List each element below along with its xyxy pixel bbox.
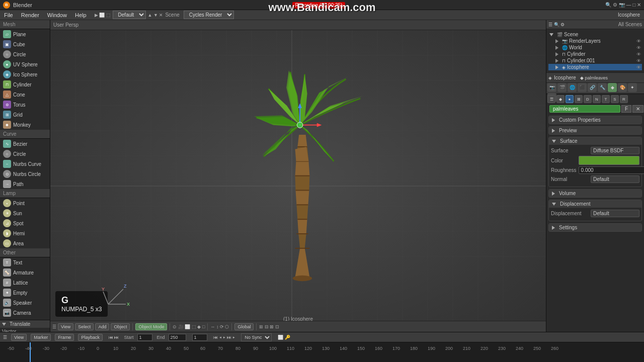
viewport-canvas[interactable]: G NUMPAD_5 x3 Last: Translate (1) Icosph… bbox=[50, 30, 546, 332]
timeline-marker-button[interactable]: Marker bbox=[31, 334, 51, 341]
mat-icon-1[interactable]: ☰ bbox=[547, 95, 555, 103]
tab-world[interactable]: 🌐 bbox=[568, 83, 577, 92]
mat-icon-4[interactable]: ⊠ bbox=[575, 95, 583, 103]
sync-selector[interactable]: No Sync bbox=[241, 333, 272, 341]
object-button[interactable]: Object bbox=[111, 323, 130, 330]
menu-render[interactable]: Render bbox=[17, 11, 43, 19]
mat-icon-7[interactable]: T bbox=[602, 95, 610, 103]
sidebar-item-cone[interactable]: △ Cone bbox=[0, 89, 50, 100]
tab-object[interactable]: ⬛ bbox=[578, 83, 587, 92]
add-button[interactable]: Add bbox=[95, 323, 109, 330]
mat-icon-3[interactable]: ● bbox=[566, 95, 574, 103]
normal-dropdown[interactable]: Default bbox=[591, 175, 639, 183]
select-button[interactable]: Select bbox=[75, 323, 94, 330]
mat-data-x-button[interactable]: ✕ bbox=[632, 105, 643, 113]
tree-renderlayers[interactable]: 📷 RenderLayers 👁 bbox=[548, 38, 642, 44]
sidebar-item-plane[interactable]: ▱ Plane bbox=[0, 29, 50, 39]
sidebar-item-hemi[interactable]: ◗ Hemi bbox=[0, 228, 50, 238]
mode-selector[interactable]: Default bbox=[113, 11, 146, 19]
mat-icon-8[interactable]: S bbox=[611, 95, 619, 103]
cylinder-eye-icon[interactable]: 👁 bbox=[636, 52, 641, 57]
surface-header[interactable]: Surface bbox=[549, 137, 641, 145]
sidebar-item-grid[interactable]: ⊞ Grid bbox=[0, 110, 50, 120]
tab-textures[interactable]: 🎨 bbox=[618, 83, 627, 92]
tree-scene[interactable]: 🎬 Scene bbox=[548, 31, 642, 38]
sidebar-item-curve-circle[interactable]: ○ Circle bbox=[0, 149, 50, 159]
world-eye-icon[interactable]: 👁 bbox=[636, 45, 641, 50]
displacement-arrow bbox=[552, 203, 556, 206]
sidebar-item-armature[interactable]: 🦴 Armature bbox=[0, 267, 50, 278]
tab-modifiers[interactable]: 🔧 bbox=[598, 83, 607, 92]
sidebar-item-area[interactable]: ▭ Area bbox=[0, 238, 50, 248]
mat-data-button[interactable]: F bbox=[621, 105, 631, 113]
sidebar-item-monkey[interactable]: ☻ Monkey bbox=[0, 120, 50, 130]
icosphere-eye-icon[interactable]: 👁 bbox=[636, 65, 641, 70]
sidebar-item-icosphere[interactable]: ◈ Ico Sphere bbox=[0, 69, 50, 79]
sidebar-item-empty[interactable]: ✦ Empty bbox=[0, 288, 50, 298]
object-mode-button[interactable]: Object Mode bbox=[135, 323, 167, 330]
custom-props-header[interactable]: Custom Properties bbox=[549, 116, 641, 124]
sidebar-item-speaker[interactable]: 🔊 Speaker bbox=[0, 298, 50, 308]
menu-file[interactable]: File bbox=[0, 11, 17, 19]
cylinder001-eye-icon[interactable]: 👁 bbox=[636, 58, 641, 63]
render-engine-selector[interactable]: Cycles Render bbox=[184, 11, 234, 19]
mat-name-input[interactable] bbox=[549, 105, 620, 113]
sidebar-item-path[interactable]: → Path bbox=[0, 179, 50, 189]
sidebar-item-text[interactable]: T Text bbox=[0, 257, 50, 267]
scene-label: Scene bbox=[163, 12, 181, 18]
svg-text:180: 180 bbox=[410, 346, 418, 351]
sidebar-item-nurbs-curve[interactable]: ~ Nurbs Curve bbox=[0, 159, 50, 169]
tab-render[interactable]: 📷 bbox=[547, 83, 556, 92]
timeline-end-input[interactable] bbox=[169, 334, 186, 341]
svg-text:210: 210 bbox=[463, 346, 470, 351]
tab-scene[interactable]: 🎬 bbox=[557, 83, 567, 92]
sidebar-item-torus[interactable]: ⊚ Torus bbox=[0, 100, 50, 110]
mat-icon-6[interactable]: N bbox=[593, 95, 601, 103]
tab-constraints[interactable]: 🔗 bbox=[588, 83, 597, 92]
sidebar-item-point[interactable]: • Point bbox=[0, 198, 50, 208]
settings-header[interactable]: Settings bbox=[549, 224, 641, 231]
color-swatch[interactable] bbox=[579, 156, 639, 165]
volume-header[interactable]: Volume bbox=[549, 190, 641, 197]
spot-icon: ⊿ bbox=[3, 219, 11, 227]
mat-icon-5[interactable]: D bbox=[584, 95, 592, 103]
sidebar-item-camera[interactable]: 📷 Camera bbox=[0, 308, 50, 318]
sidebar-item-spot[interactable]: ⊿ Spot bbox=[0, 218, 50, 228]
timeline-view-button[interactable]: View bbox=[11, 334, 27, 341]
mat-icon-9[interactable]: R bbox=[620, 95, 628, 103]
sidebar-item-sun[interactable]: ☀ Sun bbox=[0, 208, 50, 218]
tree-cylinder[interactable]: ⊓ Cylinder 👁 bbox=[548, 51, 642, 57]
global-button[interactable]: Global bbox=[234, 323, 254, 330]
displacement-dropdown[interactable]: Default bbox=[591, 210, 639, 217]
mat-icon-2[interactable]: ◆ bbox=[556, 95, 565, 103]
tree-cylinder001[interactable]: ⊓ Cylinder.001 👁 bbox=[548, 57, 642, 64]
viewport[interactable]: User Persp bbox=[50, 20, 546, 332]
titlebar-icons[interactable]: 🔍 ⚙ 📷 — □ ✕ bbox=[605, 2, 641, 8]
sidebar-item-bezier[interactable]: ∿ Bezier bbox=[0, 139, 50, 149]
timeline-playback-button[interactable]: Playback bbox=[78, 334, 103, 341]
tree-icosphere[interactable]: ◈ Icosphere 👁 bbox=[548, 64, 642, 70]
tab-materials[interactable]: ◆ bbox=[608, 83, 617, 92]
menu-window[interactable]: Window bbox=[43, 11, 71, 19]
timeline-body[interactable]: -50 -40 -30 -20 -10 0 10 20 30 40 50 60 … bbox=[0, 342, 644, 362]
sidebar-item-cube[interactable]: ▣ Cube bbox=[0, 39, 50, 49]
view-button[interactable]: View bbox=[58, 323, 73, 330]
sidebar-item-circle[interactable]: ○ Circle bbox=[0, 49, 50, 59]
preview-header[interactable]: Preview bbox=[549, 127, 641, 134]
timeline-current-input[interactable] bbox=[192, 334, 207, 341]
surface-type-dropdown[interactable]: Diffuse BSDF bbox=[591, 147, 639, 154]
timeline-frame-button[interactable]: Frame bbox=[55, 334, 74, 341]
sidebar-item-uvsphere[interactable]: ● UV Sphere bbox=[0, 59, 50, 69]
svg-text:40: 40 bbox=[166, 346, 171, 351]
displacement-header[interactable]: Displacement bbox=[549, 200, 641, 208]
tree-world[interactable]: 🌐 World 👁 bbox=[548, 44, 642, 51]
menu-help[interactable]: Help bbox=[71, 11, 91, 19]
sidebar-item-nurbs-circle[interactable]: ⊙ Nurbs Circle bbox=[0, 169, 50, 179]
sidebar-item-lattice[interactable]: # Lattice bbox=[0, 278, 50, 288]
roughness-input[interactable] bbox=[579, 166, 644, 174]
renderlayers-eye-icon[interactable]: 👁 bbox=[636, 39, 641, 44]
section-curve: Curve bbox=[0, 130, 50, 139]
timeline-start-input[interactable] bbox=[137, 334, 152, 341]
tab-particles[interactable]: ✦ bbox=[628, 83, 637, 92]
sidebar-item-cylinder[interactable]: ⊓ Cylinder bbox=[0, 79, 50, 89]
